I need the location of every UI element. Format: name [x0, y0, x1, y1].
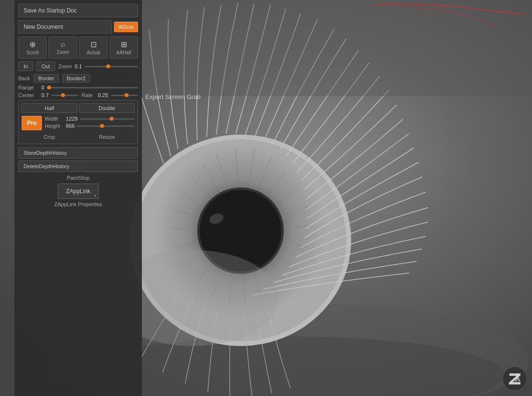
border2-button[interactable]: Border2	[63, 74, 90, 83]
range-row: Range 0	[18, 85, 138, 90]
center-value: 0.7	[41, 92, 49, 98]
rate-label: Rate	[81, 92, 95, 98]
height-label: Height	[45, 123, 64, 129]
paintstop-label: PaintStop	[18, 175, 138, 181]
back-row: Back Border Border2	[18, 74, 138, 83]
range-slider[interactable]	[47, 87, 138, 88]
depth-section: StoreDepthHistory DeleteDepthHistory	[18, 147, 138, 172]
doc-size-section: Half Double Pro Width 1229 Height 866	[18, 100, 138, 144]
zoom-icon: ⌕	[51, 40, 75, 49]
actual-label: Actual	[87, 50, 100, 55]
border-button[interactable]: Border	[34, 74, 58, 83]
center-thumb	[61, 93, 65, 97]
width-label: Width	[45, 116, 64, 122]
tool-icons-row: ⊕ Scroll ⌕ Zoom ⊡ Actual ⊞ AAHalf	[18, 37, 138, 59]
rate-value: 0.25	[98, 92, 108, 98]
pro-size-row: Pro Width 1229 Height 866	[22, 116, 135, 130]
rate-thumb	[125, 93, 128, 97]
height-slider[interactable]	[76, 125, 135, 127]
zoom-row: In Out Zoom 0.1	[18, 62, 138, 71]
half-button[interactable]: Half	[22, 103, 77, 113]
crop-resize-row: Crop Resize	[22, 133, 135, 141]
new-document-button[interactable]: New Document	[18, 20, 112, 34]
delete-depth-button[interactable]: DeleteDepthHistory	[18, 161, 138, 172]
left-panel: Save As Startup Doc New Document WSize ⊕…	[14, 0, 142, 396]
wsize-button[interactable]: WSize	[114, 22, 138, 32]
height-thumb	[100, 124, 104, 128]
aahalf-tool-button[interactable]: ⊞ AAHalf	[110, 37, 138, 59]
scroll-icon: ⊕	[21, 40, 44, 49]
zoom-tool-label: Zoom	[57, 50, 69, 55]
crop-button[interactable]: Crop	[22, 133, 77, 141]
resize-button[interactable]: Resize	[79, 133, 135, 141]
double-button[interactable]: Double	[79, 103, 135, 113]
actual-tool-button[interactable]: ⊡ Actual	[79, 37, 108, 59]
new-doc-section: New Document WSize	[18, 20, 138, 34]
pro-button[interactable]: Pro	[22, 116, 42, 130]
center-slider[interactable]	[51, 95, 78, 96]
scroll-tool-button[interactable]: ⊕ Scroll	[18, 37, 47, 59]
width-slider[interactable]	[80, 118, 135, 120]
height-value: 866	[66, 123, 75, 129]
svg-point-36	[516, 374, 519, 377]
actual-icon: ⊡	[82, 40, 105, 49]
store-depth-button[interactable]: StoreDepthHistory	[18, 147, 138, 159]
zoom-label: Zoom	[58, 63, 72, 69]
back-label: Back	[18, 75, 30, 81]
zoom-in-button[interactable]: In	[18, 62, 33, 71]
scroll-label: Scroll	[26, 50, 38, 55]
paintstop-section: PaintStop	[18, 175, 138, 181]
size-fields: Width 1229 Height 866	[45, 116, 135, 130]
height-row: Height 866	[45, 123, 135, 129]
zoom-slider-thumb	[106, 64, 110, 68]
center-rate-row: Center 0.7 Rate 0.25	[18, 92, 138, 98]
aahalf-icon: ⊞	[112, 40, 136, 49]
zbrush-logo	[502, 366, 527, 391]
back-section: Back Border Border2 Range 0 Center 0.7 R…	[18, 74, 138, 98]
center-label: Center	[18, 92, 38, 98]
zoom-value: 0.1	[75, 63, 82, 69]
save-startup-section: Save As Startup Doc	[18, 4, 138, 17]
zapplink-button[interactable]: ZAppLink	[58, 184, 99, 199]
half-double-row: Half Double	[22, 103, 135, 113]
aahalf-label: AAHalf	[116, 50, 131, 55]
width-value: 1229	[66, 116, 77, 122]
zoom-tool-button[interactable]: ⌕ Zoom	[49, 37, 77, 59]
zoom-slider[interactable]	[85, 66, 138, 67]
rate-slider[interactable]	[111, 95, 138, 96]
range-value: 0	[41, 85, 44, 90]
save-as-startup-button[interactable]: Save As Startup Doc	[18, 4, 138, 17]
width-row: Width 1229	[45, 116, 135, 122]
zapplink-properties-label[interactable]: ZAppLink Properties	[54, 201, 102, 207]
zapplink-section: ZAppLink ZAppLink Properties	[18, 184, 138, 208]
svg-rect-34	[142, 0, 532, 96]
range-thumb	[47, 86, 51, 89]
range-label: Range	[18, 85, 38, 90]
zoom-out-button[interactable]: Out	[36, 62, 55, 71]
width-thumb	[110, 117, 114, 121]
